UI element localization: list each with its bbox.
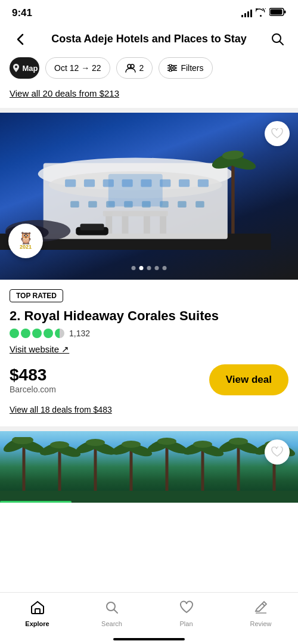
search-nav-icon bbox=[104, 600, 120, 618]
battery-icon bbox=[269, 8, 286, 18]
svg-point-62 bbox=[122, 441, 141, 448]
palm-scene-svg bbox=[0, 437, 298, 503]
filters-label: Filters bbox=[181, 63, 203, 73]
svg-rect-2 bbox=[284, 11, 286, 14]
svg-rect-40 bbox=[80, 224, 104, 230]
svg-rect-24 bbox=[198, 179, 209, 187]
guests-label: 2 bbox=[139, 63, 144, 73]
filters-button[interactable]: Filters bbox=[159, 57, 212, 79]
svg-point-10 bbox=[169, 64, 172, 67]
svg-point-74 bbox=[229, 438, 248, 445]
section-divider bbox=[0, 108, 298, 113]
map-button[interactable]: Map bbox=[10, 57, 39, 79]
hotel-info: TOP RATED 2. Royal Hideaway Corales Suit… bbox=[0, 280, 298, 426]
bottom-nav: Explore Search Plan Review bbox=[0, 592, 298, 644]
section-divider-2 bbox=[0, 426, 298, 431]
hotel-image: 🦉 2021 bbox=[0, 113, 298, 280]
tripadvisor-badge: 🦉 2021 bbox=[8, 224, 43, 258]
price-amount: $483 bbox=[10, 366, 209, 385]
all-deals-link[interactable]: View all 18 deals from $483 bbox=[10, 400, 288, 426]
heart-nav-icon bbox=[179, 600, 194, 618]
nav-review[interactable]: Review bbox=[224, 597, 298, 630]
signal-icon bbox=[241, 9, 252, 17]
svg-rect-81 bbox=[35, 609, 40, 614]
svg-rect-80 bbox=[0, 501, 72, 503]
tripadvisor-icon: 🦉 bbox=[18, 232, 33, 244]
price-row: $483 Barcelo.com View deal bbox=[10, 364, 288, 398]
svg-point-4 bbox=[15, 66, 17, 68]
dot-4 bbox=[155, 266, 159, 270]
dot-2 bbox=[139, 266, 144, 270]
second-hotel-card-preview bbox=[0, 431, 298, 503]
nav-search[interactable]: Search bbox=[74, 597, 149, 630]
svg-point-12 bbox=[169, 69, 172, 72]
pencil-nav-icon bbox=[253, 600, 269, 618]
filter-bar: Map Oct 12 → 22 2 Filters bbox=[0, 57, 298, 86]
date-label: Oct 12 → 22 bbox=[54, 63, 101, 73]
top-rated-badge: TOP RATED bbox=[10, 289, 63, 302]
dot-3 bbox=[147, 266, 151, 270]
status-icons bbox=[241, 8, 286, 18]
status-bar: 9:41 bbox=[0, 0, 298, 24]
dot-5 bbox=[163, 266, 167, 270]
price-source: Barcelo.com bbox=[10, 385, 209, 394]
search-button[interactable] bbox=[267, 29, 288, 50]
nav-plan[interactable]: Plan bbox=[149, 597, 224, 630]
nav-search-label: Search bbox=[101, 620, 122, 627]
home-icon bbox=[30, 600, 45, 618]
date-filter[interactable]: Oct 12 → 22 bbox=[45, 57, 110, 79]
image-dots bbox=[132, 266, 167, 270]
status-time: 9:41 bbox=[12, 7, 32, 19]
deals-summary[interactable]: View all 20 deals from $213 bbox=[0, 86, 298, 108]
svg-rect-18 bbox=[84, 179, 95, 187]
svg-rect-32 bbox=[195, 201, 204, 208]
rating-dot-3 bbox=[32, 329, 42, 338]
view-deal-button[interactable]: View deal bbox=[209, 364, 288, 395]
svg-point-58 bbox=[86, 439, 105, 446]
svg-rect-26 bbox=[88, 201, 97, 208]
dot-1 bbox=[132, 266, 136, 270]
svg-rect-1 bbox=[271, 10, 283, 15]
home-indicator bbox=[113, 638, 185, 640]
svg-rect-25 bbox=[70, 201, 79, 208]
favorite-button[interactable] bbox=[265, 121, 290, 146]
hotel-card: 🦉 2021 TOP RATED 2. Royal Hideaway Coral… bbox=[0, 113, 298, 426]
svg-point-11 bbox=[173, 67, 175, 69]
review-count: 1,132 bbox=[69, 329, 90, 338]
svg-point-66 bbox=[157, 438, 176, 445]
visit-website-link[interactable]: Visit website ↗ bbox=[10, 344, 288, 355]
rating-row: 1,132 bbox=[10, 329, 288, 338]
svg-point-70 bbox=[193, 441, 212, 448]
nav-explore-label: Explore bbox=[25, 620, 49, 627]
rating-dot-5 bbox=[55, 329, 64, 338]
header: Costa Adeje Hotels and Places to Stay bbox=[0, 24, 298, 57]
guests-filter[interactable]: 2 bbox=[116, 57, 153, 79]
svg-rect-38 bbox=[108, 174, 163, 207]
rating-dots bbox=[10, 329, 64, 338]
wifi-icon bbox=[256, 8, 266, 18]
nav-explore[interactable]: Explore bbox=[0, 597, 74, 630]
page-title: Costa Adeje Hotels and Places to Stay bbox=[31, 32, 267, 46]
price-info: $483 Barcelo.com bbox=[10, 366, 209, 394]
svg-rect-31 bbox=[178, 201, 187, 208]
nav-plan-label: Plan bbox=[179, 620, 193, 627]
rating-dot-2 bbox=[21, 329, 30, 338]
rating-dot-1 bbox=[10, 329, 19, 338]
svg-point-54 bbox=[50, 441, 69, 448]
map-label: Map bbox=[23, 64, 38, 73]
hotel-image-bg bbox=[0, 113, 298, 280]
hotel-name: 2. Royal Hideaway Corales Suites bbox=[10, 308, 288, 324]
back-button[interactable] bbox=[10, 29, 31, 50]
svg-rect-23 bbox=[179, 179, 190, 187]
nav-review-label: Review bbox=[250, 620, 271, 627]
rating-dot-4 bbox=[44, 329, 53, 338]
tripadvisor-year: 2021 bbox=[20, 244, 32, 250]
svg-rect-37 bbox=[103, 211, 168, 216]
svg-rect-17 bbox=[65, 179, 76, 187]
